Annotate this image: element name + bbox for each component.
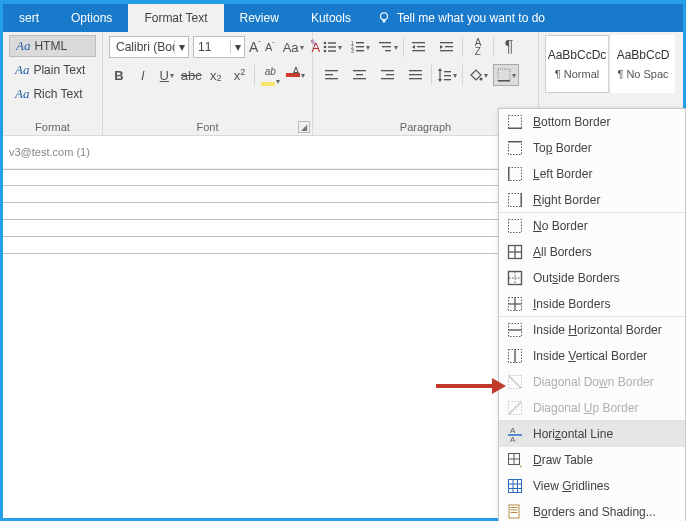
svg-rect-17 [412,42,425,43]
justify-icon [409,68,423,82]
italic-button[interactable]: I [133,64,153,86]
insidev-icon [507,348,523,364]
font-color-button[interactable] [286,64,306,86]
highlight-button[interactable] [258,64,282,86]
shrink-font-button[interactable]: Aˇ [265,36,275,58]
tab-insert[interactable]: sert [3,4,55,32]
svg-rect-5 [328,46,336,47]
border-item-diagd: Diagonal Down Border [499,369,685,395]
svg-rect-29 [356,74,363,75]
draw-icon [507,452,523,468]
tell-me-search[interactable]: Tell me what you want to do [367,4,555,32]
grow-font-button[interactable]: Aˆ [249,36,261,58]
tab-review[interactable]: Review [224,4,295,32]
font-name-combo[interactable]: Calibri (Body)▾ [109,36,189,58]
format-rich-button[interactable]: AaRich Text [9,83,96,105]
font-size-combo[interactable]: 11▾ [193,36,245,58]
svg-marker-37 [438,68,442,71]
svg-rect-18 [417,46,425,47]
outdent-icon [412,40,426,54]
underline-button[interactable]: U [157,64,177,86]
svg-point-0 [380,13,387,20]
svg-rect-1 [383,20,386,23]
all-icon [507,244,523,260]
svg-rect-83 [509,505,519,518]
border-item-insidev[interactable]: Inside Vertical Border [499,343,685,369]
paint-bucket-icon [469,68,483,82]
svg-marker-38 [438,79,442,82]
shading-button[interactable] [465,64,491,86]
border-item-top[interactable]: Top Border [499,135,685,161]
svg-rect-85 [511,510,518,511]
svg-rect-49 [508,141,522,143]
bold-button[interactable]: B [109,64,129,86]
bulb-icon [377,11,391,25]
border-item-none[interactable]: No Border [499,213,685,239]
border-item-shading[interactable]: Borders and Shading... [499,499,685,521]
line-spacing-button[interactable] [434,64,460,86]
svg-point-4 [323,46,326,49]
superscript-button[interactable]: x2 [230,64,250,86]
borders-dropdown: Bottom BorderTop BorderLeft BorderRight … [498,108,686,521]
style-normal[interactable]: AaBbCcDc ¶ Normal [545,35,609,93]
indent-button[interactable] [434,36,460,58]
multilevel-button[interactable] [375,36,401,58]
border-item-right[interactable]: Right Border [499,187,685,213]
tab-options[interactable]: Options [55,4,128,32]
svg-rect-32 [386,74,394,75]
align-center-icon [353,68,367,82]
svg-rect-41 [444,75,451,76]
format-html-button[interactable]: AaHTML [9,35,96,57]
border-item-grid[interactable]: View Gridlines [499,473,685,499]
svg-rect-45 [498,80,510,82]
border-item-label: No Border [533,219,588,233]
outdent-button[interactable] [406,36,432,58]
svg-line-69 [509,376,521,388]
borders-icon [497,68,511,82]
numbering-button[interactable]: 123 [347,36,373,58]
font-dialog-launcher[interactable]: ◢ [298,121,310,133]
border-item-outside[interactable]: Outside Borders [499,265,685,291]
align-left-button[interactable] [319,64,345,86]
border-item-label: Draw Table [533,453,593,467]
svg-line-71 [509,402,521,414]
border-item-left[interactable]: Left Border [499,161,685,187]
border-item-bottom[interactable]: Bottom Border [499,109,685,135]
group-format-label: Format [9,119,96,133]
svg-rect-22 [445,46,453,47]
border-item-label: Inside Vertical Border [533,349,647,363]
tab-format-text[interactable]: Format Text [128,4,223,32]
svg-rect-27 [325,78,338,79]
chevron-down-icon: ▾ [230,40,244,54]
border-item-hline[interactable]: AAHorizontal Line [499,421,685,447]
sort-button[interactable]: AZ [465,36,491,58]
align-right-button[interactable] [375,64,401,86]
justify-button[interactable] [403,64,429,86]
border-item-label: All Borders [533,245,592,259]
border-item-all[interactable]: All Borders [499,239,685,265]
border-item-diagu: Diagonal Up Border [499,395,685,421]
pilcrow-button[interactable]: ¶ [496,36,522,58]
svg-rect-44 [498,69,510,81]
bullets-button[interactable] [319,36,345,58]
svg-rect-51 [508,167,510,181]
align-center-button[interactable] [347,64,373,86]
border-item-inside[interactable]: Inside Borders [499,291,685,317]
border-item-draw[interactable]: Draw Table [499,447,685,473]
svg-rect-35 [409,74,422,75]
tab-kutools[interactable]: Kutools [295,4,367,32]
change-case-button[interactable]: Aa [283,36,304,58]
border-item-insideh[interactable]: Inside Horizontal Border [499,317,685,343]
subscript-button[interactable]: x2 [206,64,226,86]
borders-split-button[interactable] [493,64,519,86]
ribbon-tabs: sert Options Format Text Review Kutools … [3,4,683,32]
svg-rect-48 [509,142,522,155]
svg-rect-7 [328,50,336,51]
strike-button[interactable]: abc [181,64,202,86]
diagu-icon [507,400,523,416]
style-no-spacing[interactable]: AaBbCcD ¶ No Spac [611,35,675,93]
format-plain-button[interactable]: AaPlain Text [9,59,96,81]
right-icon [507,192,523,208]
svg-rect-23 [440,50,453,51]
svg-rect-19 [412,50,425,51]
